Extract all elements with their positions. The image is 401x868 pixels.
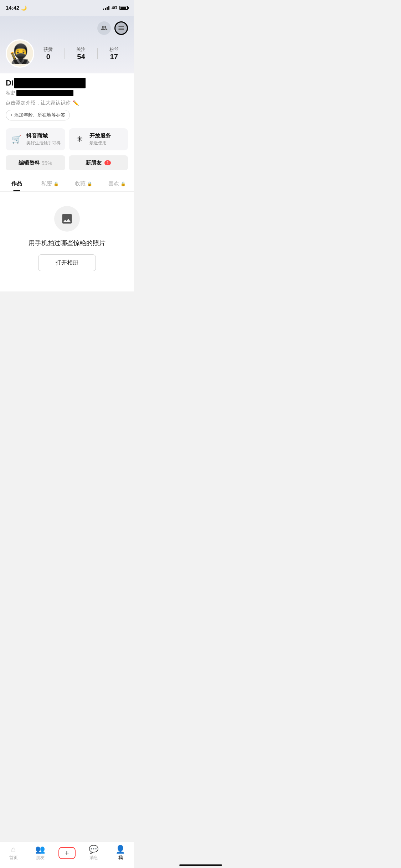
action-buttons-row: 编辑资料 55% 新朋友 1 bbox=[6, 155, 128, 176]
new-friend-label: 新朋友 bbox=[86, 160, 102, 166]
stat-likes-value: 0 bbox=[43, 53, 53, 61]
header-actions bbox=[6, 21, 128, 35]
tab-private[interactable]: 私密 🔒 bbox=[34, 176, 67, 191]
empty-state-desc: 用手机拍过哪些惊艳的照片 bbox=[29, 239, 106, 247]
edit-profile-button[interactable]: 编辑资料 55% bbox=[6, 155, 65, 170]
add-tag-button[interactable]: + 添加年龄、所在地等标签 bbox=[6, 110, 70, 120]
tab-works[interactable]: 作品 bbox=[0, 176, 34, 191]
mall-info: 抖音商城 美好生活触手可得 bbox=[26, 133, 61, 146]
avatar: 🥷 bbox=[6, 39, 34, 68]
mall-desc: 美好生活触手可得 bbox=[26, 140, 61, 145]
open-service-info: 开放服务 最近使用 bbox=[89, 133, 111, 146]
tab-likes[interactable]: 喜欢 🔒 bbox=[100, 176, 134, 191]
open-service-name: 开放服务 bbox=[89, 133, 111, 139]
stat-following[interactable]: 关注 54 bbox=[76, 46, 86, 61]
stat-followers[interactable]: 粉丝 17 bbox=[109, 46, 119, 61]
status-right: 4G bbox=[103, 5, 128, 10]
service-card-open[interactable]: ✳ 开放服务 最近使用 bbox=[69, 128, 128, 150]
photo-icon bbox=[61, 212, 73, 225]
stat-divider-1 bbox=[65, 48, 65, 59]
status-bar: 14:42 🌙 4G bbox=[0, 0, 134, 16]
likes-lock-icon: 🔒 bbox=[120, 181, 126, 186]
stat-followers-value: 17 bbox=[109, 53, 119, 61]
private-row: 私密 bbox=[6, 90, 128, 96]
mall-icon: 🛒 bbox=[10, 133, 23, 146]
network-label: 4G bbox=[112, 5, 117, 10]
battery-icon bbox=[119, 6, 128, 10]
tab-favorites[interactable]: 收藏 🔒 bbox=[67, 176, 101, 191]
menu-icon-button[interactable] bbox=[114, 21, 128, 35]
menu-icon bbox=[118, 25, 125, 32]
private-label: 私密 bbox=[6, 90, 15, 96]
favorites-lock-icon: 🔒 bbox=[87, 181, 92, 186]
stat-divider-2 bbox=[97, 48, 98, 59]
tab-private-label: 私密 bbox=[41, 180, 52, 187]
profile-body: Di 私密 点击添加介绍，让大家认识你 ✏️ + 添加年龄、所在地等标签 🛒 抖… bbox=[0, 73, 134, 176]
open-album-label: 打开相册 bbox=[56, 259, 78, 265]
tags-row: + 添加年龄、所在地等标签 bbox=[6, 108, 128, 125]
friends-icon bbox=[101, 25, 108, 32]
status-time: 14:42 bbox=[6, 5, 19, 11]
tabs-row: 作品 私密 🔒 收藏 🔒 喜欢 🔒 bbox=[0, 176, 134, 192]
profile-info-row: 🥷 获赞 0 关注 54 粉丝 17 bbox=[6, 39, 128, 73]
bio-row[interactable]: 点击添加介绍，让大家认识你 ✏️ bbox=[6, 96, 128, 108]
avatar-emoji: 🥷 bbox=[9, 44, 32, 63]
stat-likes-label: 获赞 bbox=[43, 47, 53, 52]
stat-followers-label: 粉丝 bbox=[109, 47, 119, 52]
photo-icon-wrap bbox=[54, 206, 80, 232]
tab-works-label: 作品 bbox=[11, 180, 22, 187]
open-service-icon: ✳ bbox=[73, 133, 86, 146]
private-lock-icon: 🔒 bbox=[53, 181, 59, 186]
content-area: 用手机拍过哪些惊艳的照片 打开相册 bbox=[0, 192, 134, 291]
tab-favorites-label: 收藏 bbox=[75, 180, 86, 187]
mall-name: 抖音商城 bbox=[26, 133, 61, 139]
new-friend-badge: 1 bbox=[104, 160, 111, 165]
edit-profile-pct: 55% bbox=[41, 160, 52, 166]
username-text: Di bbox=[6, 78, 14, 88]
open-album-button[interactable]: 打开相册 bbox=[38, 254, 96, 271]
stat-following-value: 54 bbox=[76, 53, 86, 61]
stats-container: 获赞 0 关注 54 粉丝 17 bbox=[34, 46, 128, 61]
stat-following-label: 关注 bbox=[76, 47, 86, 52]
status-time-wrap: 14:42 🌙 bbox=[6, 5, 27, 11]
stat-likes[interactable]: 获赞 0 bbox=[43, 46, 53, 61]
edit-profile-label: 编辑资料 bbox=[19, 160, 40, 166]
new-friend-button[interactable]: 新朋友 1 bbox=[69, 155, 128, 170]
bio-text: 点击添加介绍，让大家认识你 bbox=[6, 100, 71, 106]
tab-likes-label: 喜欢 bbox=[108, 180, 119, 187]
add-tag-label: + 添加年龄、所在地等标签 bbox=[10, 112, 65, 118]
signal-icon bbox=[103, 6, 109, 10]
moon-icon: 🌙 bbox=[21, 5, 27, 11]
username-row: Di bbox=[6, 73, 128, 90]
friends-icon-button[interactable] bbox=[97, 21, 111, 35]
service-card-mall[interactable]: 🛒 抖音商城 美好生活触手可得 bbox=[6, 128, 65, 150]
username-redacted-block bbox=[14, 78, 86, 88]
private-redacted-block bbox=[16, 90, 73, 96]
profile-header: 🥷 获赞 0 关注 54 粉丝 17 bbox=[0, 16, 134, 73]
avatar-image: 🥷 bbox=[7, 40, 33, 67]
edit-bio-icon[interactable]: ✏️ bbox=[73, 100, 79, 106]
username-redacted: Di bbox=[6, 78, 86, 88]
services-row: 🛒 抖音商城 美好生活触手可得 ✳ 开放服务 最近使用 bbox=[6, 125, 128, 155]
open-service-desc: 最近使用 bbox=[89, 140, 107, 145]
